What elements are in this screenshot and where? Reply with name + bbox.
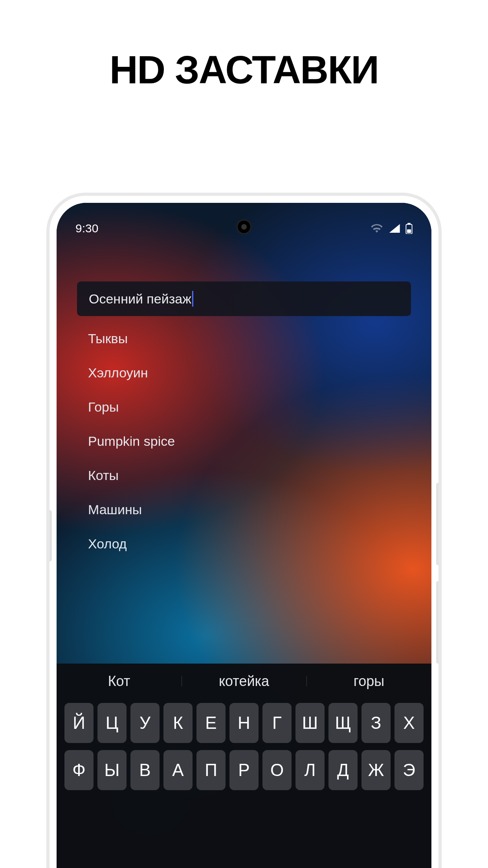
wifi-icon	[371, 224, 383, 233]
suggestion-item[interactable]: Холод	[88, 536, 400, 552]
key[interactable]: Ж	[361, 750, 391, 790]
key[interactable]: В	[130, 750, 160, 790]
prediction-item[interactable]: котейка	[182, 673, 306, 690]
key[interactable]: П	[196, 750, 226, 790]
phone-frame: 9:30	[46, 193, 442, 868]
suggestion-item[interactable]: Тыквы	[88, 331, 400, 346]
search-value: Осенний пейзаж	[89, 291, 191, 307]
status-icons	[371, 223, 413, 234]
key[interactable]: Э	[394, 750, 424, 790]
volume-down-button	[436, 581, 440, 664]
keyboard-rows: Й Ц У К Е Н Г Ш Щ З Х Ф Ы В А П	[57, 699, 431, 868]
volume-up-button	[436, 483, 440, 565]
key[interactable]: У	[130, 703, 160, 743]
key[interactable]: Н	[229, 703, 259, 743]
battery-icon	[405, 223, 413, 234]
status-time: 9:30	[75, 222, 98, 235]
keyboard-row-1: Й Ц У К Е Н Г Ш Щ З Х	[62, 703, 426, 743]
key[interactable]: Ш	[295, 703, 325, 743]
key[interactable]: Р	[229, 750, 259, 790]
key[interactable]: Ц	[97, 703, 127, 743]
key[interactable]: Л	[295, 750, 325, 790]
key[interactable]: З	[361, 703, 391, 743]
suggestion-item[interactable]: Хэллоуин	[88, 365, 400, 381]
key[interactable]: К	[163, 703, 193, 743]
key[interactable]: Г	[262, 703, 292, 743]
key[interactable]: Е	[196, 703, 226, 743]
promo-headline: HD ЗАСТАВКИ	[0, 47, 488, 92]
keyboard-predictions: Кот котейка горы	[57, 664, 431, 699]
suggestion-item[interactable]: Горы	[88, 399, 400, 415]
phone-bezel: 9:30	[57, 203, 431, 868]
prediction-item[interactable]: горы	[306, 673, 431, 690]
svg-rect-2	[407, 230, 411, 233]
key[interactable]: Ы	[97, 750, 127, 790]
key[interactable]: Щ	[328, 703, 358, 743]
status-bar: 9:30	[57, 219, 431, 238]
key[interactable]: Д	[328, 750, 358, 790]
signal-icon	[388, 224, 400, 233]
software-keyboard: Кот котейка горы Й Ц У К Е Н Г Ш Щ З Х	[57, 664, 431, 868]
key[interactable]: О	[262, 750, 292, 790]
suggestion-item[interactable]: Машины	[88, 502, 400, 517]
power-button	[48, 510, 52, 561]
key[interactable]: Й	[64, 703, 94, 743]
key[interactable]: Х	[394, 703, 424, 743]
prediction-item[interactable]: Кот	[57, 673, 182, 690]
keyboard-row-2: Ф Ы В А П Р О Л Д Ж Э	[62, 750, 426, 790]
key[interactable]: Ф	[64, 750, 94, 790]
text-cursor	[192, 291, 193, 307]
search-input[interactable]: Осенний пейзаж	[77, 281, 411, 316]
key[interactable]: А	[163, 750, 193, 790]
suggestion-item[interactable]: Pumpkin spice	[88, 434, 400, 449]
search-suggestions: Тыквы Хэллоуин Горы Pumpkin spice Коты М…	[88, 331, 400, 552]
suggestion-item[interactable]: Коты	[88, 468, 400, 483]
